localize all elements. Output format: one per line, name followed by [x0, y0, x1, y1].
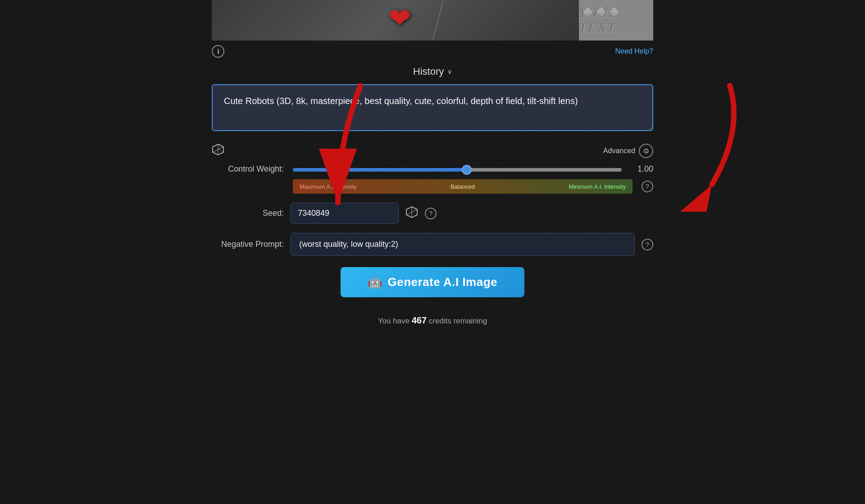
seed-row: Seed: ? — [212, 203, 653, 224]
history-label-text: History — [413, 66, 444, 77]
intensity-question-icon[interactable]: ? — [642, 181, 653, 192]
intensity-max-label: Maximum A.I intensity — [300, 183, 356, 190]
prompt-container — [212, 84, 653, 133]
svg-marker-3 — [218, 147, 223, 152]
generate-button[interactable]: 🤖 Generate A.I Image — [341, 267, 524, 297]
preview-thumbnail: ♣ ♣ ♣ YOUR TEXT — [579, 0, 653, 41]
top-bar: ℹ Need Help? — [212, 41, 653, 62]
intensity-min-label: Minimum A.I. intensity — [569, 183, 626, 190]
seed-input[interactable] — [291, 203, 399, 224]
robot-icon: 🤖 — [368, 275, 382, 289]
seed-label: Seed: — [212, 209, 284, 218]
control-weight-label: Control Weight: — [212, 164, 284, 174]
history-bar: History ∨ — [212, 62, 653, 84]
negative-prompt-row: Negative Prompt: ? — [212, 233, 653, 256]
prompt-textarea[interactable] — [212, 84, 653, 131]
credits-text: You have 467 credits remaining — [378, 315, 487, 326]
gear-icon-button[interactable]: ⚙ — [639, 144, 653, 158]
control-weight-row: Control Weight: 1.00 — [212, 164, 653, 174]
need-help-link[interactable]: Need Help? — [615, 47, 654, 55]
intensity-balanced-label: Balanced — [451, 183, 475, 190]
advanced-section[interactable]: Advanced ⚙ — [603, 144, 653, 158]
cube-icon-left[interactable] — [212, 143, 224, 159]
seed-cube-icon[interactable] — [405, 206, 418, 221]
main-container: ❤ ♣ ♣ ♣ YOUR TEXT ℹ Need Help? History ∨ — [0, 0, 865, 330]
negative-prompt-label: Negative Prompt: — [212, 240, 284, 249]
page-wrapper: ❤ ♣ ♣ ♣ YOUR TEXT ℹ Need Help? History ∨ — [0, 0, 865, 504]
thumbnail-hearts-icon: ♣ ♣ ♣ — [583, 4, 619, 18]
preview-area: ❤ ♣ ♣ ♣ YOUR TEXT — [212, 0, 653, 41]
control-weight-value: 1.00 — [631, 164, 653, 174]
credits-prefix: You have — [378, 317, 412, 325]
generate-btn-container: 🤖 Generate A.I Image — [212, 267, 653, 297]
intensity-bar: Maximum A.I intensity Balanced Minimum A… — [293, 179, 633, 194]
seed-question-icon[interactable]: ? — [425, 208, 437, 219]
slider-container — [293, 165, 622, 173]
intensity-bar-row: Maximum A.I intensity Balanced Minimum A… — [212, 179, 653, 194]
advanced-label: Advanced — [603, 147, 635, 155]
credits-suffix: credits remaining — [427, 317, 487, 325]
controls-row: Advanced ⚙ — [212, 140, 653, 162]
negative-prompt-input[interactable] — [291, 233, 635, 256]
history-dropdown[interactable]: History ∨ — [413, 66, 452, 77]
credits-row: You have 467 credits remaining — [212, 311, 653, 330]
negative-prompt-question-icon[interactable]: ? — [642, 239, 653, 250]
info-icon[interactable]: ℹ — [212, 45, 224, 58]
preview-heart: ❤ — [388, 2, 411, 34]
gear-icon: ⚙ — [643, 147, 649, 155]
credits-count: 467 — [412, 315, 427, 325]
control-weight-slider[interactable] — [293, 168, 622, 172]
generate-button-label: Generate A.I Image — [387, 275, 497, 289]
history-chevron-icon: ∨ — [447, 68, 452, 75]
